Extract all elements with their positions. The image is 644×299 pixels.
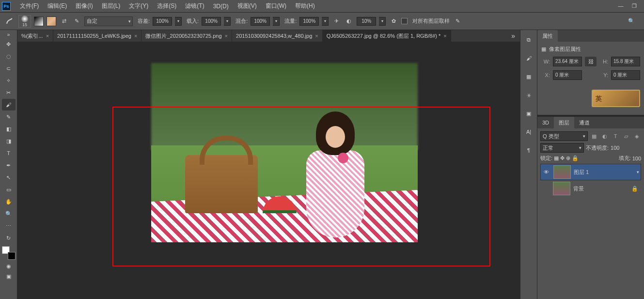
close-icon[interactable]: × (46, 33, 49, 39)
type-tool[interactable]: T (2, 147, 16, 159)
height-input[interactable]: 15.8 厘米 (611, 57, 640, 66)
tolerance-dd[interactable]: ▾ (175, 17, 182, 26)
menu-help[interactable]: 帮助(H) (291, 2, 319, 10)
blend-mode-select[interactable]: 正常 (540, 143, 584, 153)
lock-position-icon[interactable]: ✥ (560, 155, 565, 161)
layer-thumbnail[interactable] (553, 182, 570, 195)
visibility-icon[interactable]: 👁 (542, 169, 550, 175)
edit-toolbar[interactable]: ↻ (2, 232, 16, 244)
opacity-dd[interactable]: ▾ (322, 17, 329, 26)
restore-icon[interactable]: ❐ (630, 3, 638, 9)
hand-tool[interactable]: ✋ (2, 196, 16, 207)
marquee-tool[interactable]: ◌ (2, 50, 16, 62)
angle-input[interactable]: 10% (357, 17, 376, 26)
layer-opacity-value[interactable]: 100 (611, 145, 619, 151)
menu-select[interactable]: 选择(S) (153, 2, 181, 10)
more-tools[interactable]: ⋯ (2, 220, 16, 232)
menu-image[interactable]: 图像(I) (71, 2, 97, 10)
quickmask-icon[interactable]: ◉ (4, 262, 14, 270)
menu-text[interactable]: 文字(Y) (125, 2, 153, 10)
tolerance-input[interactable]: 100% (153, 17, 172, 26)
filter-pixel-icon[interactable]: ▦ (590, 132, 598, 141)
opacity-input[interactable]: 100% (299, 17, 319, 26)
swatches-panel-icon[interactable]: ▦ (523, 71, 534, 82)
tab-4[interactable]: QJ6505263227.jpg @ 82.6% (图层 1, RGB/8#) … (323, 30, 451, 42)
pen-tool[interactable]: ✒ (2, 159, 16, 171)
menu-3d[interactable]: 3D(D) (209, 3, 233, 10)
eraser-tool[interactable]: ◧ (2, 123, 16, 135)
mode-select[interactable]: 自定 (84, 16, 133, 26)
minimize-icon[interactable]: — (617, 3, 625, 9)
menu-layer[interactable]: 图层(L) (97, 2, 125, 10)
crop-tool[interactable]: ✂ (2, 87, 16, 98)
channels-tab[interactable]: 通道 (574, 117, 595, 128)
flow-dd[interactable]: ▾ (224, 17, 231, 26)
menu-view[interactable]: 视图(V) (233, 2, 261, 10)
close-icon[interactable]: × (134, 33, 137, 39)
layer-name[interactable]: 背景 (573, 185, 584, 192)
flow-input[interactable]: 100% (202, 17, 221, 26)
link-icon[interactable]: ⛓ (585, 57, 597, 66)
angle-dd[interactable]: ▾ (379, 17, 386, 26)
lock-pixels-icon[interactable]: ▦ (554, 155, 559, 161)
lock-all-icon[interactable]: 🔒 (572, 155, 579, 161)
sample-all-checkbox[interactable] (401, 18, 408, 24)
current-tool-icon[interactable] (4, 16, 16, 27)
properties-tab[interactable]: 属性 (537, 30, 558, 42)
moon-icon[interactable]: ◐ (344, 16, 354, 26)
width-input[interactable]: 23.64 厘米 (553, 57, 582, 66)
tabs-overflow[interactable]: » (506, 32, 520, 40)
filter-shape-icon[interactable]: ▱ (622, 132, 630, 141)
history-panel-icon[interactable]: ⧉ (523, 34, 534, 46)
texture-swatch[interactable] (47, 16, 56, 26)
swap-icon[interactable]: ⇄ (59, 16, 69, 26)
layers-tab[interactable]: 图层 (554, 117, 574, 128)
clone-tool[interactable]: ✎ (2, 111, 16, 123)
path-tool[interactable]: ↖ (2, 172, 16, 183)
y-input[interactable]: 0 厘米 (611, 70, 640, 80)
paragraph-panel-icon[interactable]: ¶ (523, 144, 534, 156)
3d-tab[interactable]: 3D (537, 117, 554, 128)
move-tool[interactable]: ✥ (2, 38, 16, 50)
tab-2[interactable]: 微信图片_20200523230725.png× (141, 30, 232, 42)
menu-window[interactable]: 窗口(W) (261, 2, 291, 10)
libraries-panel-icon[interactable]: ▣ (523, 108, 534, 119)
filter-smart-icon[interactable]: ◈ (632, 132, 641, 141)
airbrush-icon[interactable]: ✈ (331, 16, 341, 26)
search-icon[interactable]: 🔍 (627, 16, 636, 26)
canvas[interactable] (17, 42, 520, 299)
menu-file[interactable]: 文件(F) (16, 2, 43, 10)
close-icon[interactable]: × (225, 33, 228, 39)
gear-icon[interactable]: ✿ (389, 16, 398, 26)
close-icon[interactable]: × (443, 33, 446, 39)
blend-dd[interactable]: ▾ (273, 17, 280, 26)
zoom-tool[interactable]: 🔍 (2, 208, 16, 220)
color-swatches[interactable] (2, 246, 16, 260)
gradient-swatch[interactable] (34, 16, 44, 26)
tab-0[interactable]: %(索引...× (17, 30, 53, 42)
character-panel-icon[interactable]: A| (523, 126, 534, 138)
layer-row-bg[interactable]: 背景 🔒 (540, 180, 641, 197)
pressure-icon[interactable]: ✎ (72, 16, 81, 26)
adjustments-panel-icon[interactable]: ⚹ (523, 89, 534, 101)
artwork-thumbnail[interactable] (592, 90, 640, 107)
brush-preview[interactable]: 15 (18, 15, 31, 28)
layer-name[interactable]: 图层 1 (574, 169, 589, 176)
tablet-icon[interactable]: ✎ (453, 16, 462, 26)
screenmode-icon[interactable]: ▣ (4, 272, 14, 280)
layer-thumbnail[interactable] (553, 165, 571, 179)
fill-value[interactable]: 100 (632, 156, 641, 161)
filter-adjust-icon[interactable]: ◐ (600, 132, 609, 141)
menu-filter[interactable]: 滤镜(T) (181, 2, 208, 10)
x-input[interactable]: 0 厘米 (553, 70, 582, 80)
layer-filter-select[interactable]: Q 类型 (540, 131, 588, 141)
blend-input[interactable]: 100% (251, 17, 270, 26)
close-icon[interactable]: × (315, 33, 318, 39)
gradient-tool[interactable]: ◨ (2, 135, 16, 147)
tab-3[interactable]: 20151030092425843,w_480.jpg× (232, 30, 323, 42)
lock-artboard-icon[interactable]: ⊕ (566, 155, 570, 161)
lasso-tool[interactable]: ⊂ (2, 63, 16, 74)
shape-tool[interactable]: ▭ (2, 184, 16, 195)
filter-type-icon[interactable]: T (611, 132, 620, 141)
layer-row-1[interactable]: 👁 图层 1 (540, 164, 641, 180)
